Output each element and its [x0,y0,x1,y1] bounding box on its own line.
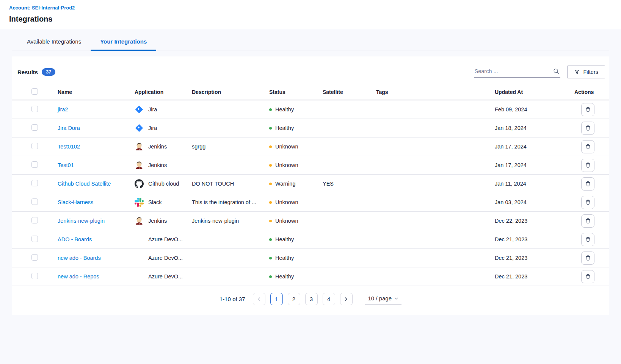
azuredevops-icon [135,253,144,262]
page-button-4[interactable]: 4 [323,293,335,305]
previous-page-button[interactable] [253,293,265,305]
application-label: Azure DevO... [148,255,183,261]
description-text: This is the integration of ... [192,199,269,205]
application-label: Azure DevO... [148,236,183,242]
status-label: Unknown [275,162,298,168]
jira-icon [135,123,144,133]
status-label: Healthy [275,236,294,242]
row-checkbox[interactable] [31,106,38,112]
search-icon [553,68,560,75]
description-text: sgrgg [192,144,269,150]
table-row: Github Cloud Satellite Github cloud DO N… [12,175,609,193]
tab-available-integrations[interactable]: Available Integrations [17,34,91,50]
column-header-satellite: Satellite [323,89,376,95]
integration-name-link[interactable]: Jira Dora [58,125,80,131]
page-button-3[interactable]: 3 [305,293,318,305]
account-breadcrumb-link[interactable]: Account: SEI-Internal-Prod2 [9,5,75,11]
filters-button[interactable]: Filters [567,66,605,78]
search-input[interactable] [475,68,550,74]
status-label: Healthy [275,255,294,261]
row-checkbox[interactable] [31,254,38,261]
row-checkbox[interactable] [31,161,38,168]
status-label: Unknown [275,144,298,150]
delete-button[interactable] [581,233,594,246]
row-checkbox[interactable] [31,217,38,223]
status-dot [269,108,272,111]
jenkins-icon [135,161,144,170]
delete-button[interactable] [581,214,594,228]
updated-at-value: Jan 17, 2024 [495,144,574,150]
page-title: Integrations [9,14,612,24]
delete-button[interactable] [581,159,594,172]
integration-name-link[interactable]: jira2 [58,106,68,112]
application-label: Jira [148,106,157,112]
column-header-status: Status [269,89,323,95]
updated-at-value: Dec 21, 2023 [495,273,574,280]
integration-name-link[interactable]: ADO - Boards [58,236,92,242]
delete-button[interactable] [581,140,594,153]
integration-name-link[interactable]: new ado - Repos [58,273,99,280]
status-dot [269,127,272,130]
page-button-2[interactable]: 2 [288,293,300,305]
delete-button[interactable] [581,270,594,283]
application-label: Jenkins [148,162,167,168]
application-label: Jenkins [148,218,167,224]
github-icon [135,179,144,188]
integration-name-link[interactable]: Jenkins-new-plugin [58,218,105,224]
updated-at-value: Jan 03, 2024 [495,199,574,205]
status-dot [269,257,272,259]
delete-button[interactable] [581,122,594,135]
row-checkbox[interactable] [31,236,38,242]
application-label: Slack [148,199,162,205]
updated-at-value: Dec 21, 2023 [495,255,574,261]
jenkins-icon [135,142,144,151]
search-box [474,67,560,78]
application-label: Github cloud [148,181,179,187]
status-label: Unknown [275,218,298,224]
tab-your-integrations[interactable]: Your Integrations [91,34,156,50]
pagination-range-label: 1-10 of 37 [220,296,245,302]
integration-name-link[interactable]: Test0102 [58,144,80,150]
delete-button[interactable] [581,252,594,265]
description-text: DO NOT TOUCH [192,181,269,187]
row-checkbox[interactable] [31,143,38,149]
top-header: Account: SEI-Internal-Prod2 Integrations [0,0,621,29]
integration-name-link[interactable]: Slack-Harness [58,199,93,205]
page-size-select[interactable]: 10 / page [365,293,402,305]
table-body: jira2 Jira Healthy Feb 09, 2024 Jira Dor… [12,100,609,286]
status-dot [269,164,272,167]
application-label: Jenkins [148,144,167,150]
select-all-checkbox[interactable] [31,88,38,95]
status-label: Healthy [275,273,294,280]
row-checkbox[interactable] [31,273,38,279]
row-checkbox[interactable] [31,198,38,205]
row-checkbox[interactable] [31,124,38,131]
filters-button-label: Filters [583,69,598,75]
jenkins-icon [135,216,144,225]
updated-at-value: Jan 18, 2024 [495,125,574,131]
tab-strip: Available Integrations Your Integrations [12,34,609,50]
page-button-1[interactable]: 1 [270,293,283,305]
delete-button[interactable] [581,103,594,116]
table-row: Jira Dora Jira Healthy Jan 18, 2024 [12,119,609,137]
delete-button[interactable] [581,177,594,191]
row-checkbox[interactable] [31,180,38,186]
azuredevops-icon [135,272,144,281]
updated-at-value: Jan 17, 2024 [495,162,574,168]
table-row: new ado - Repos Azure DevO... Healthy De… [12,267,609,286]
status-dot [269,201,272,204]
column-header-actions: Actions [574,89,609,95]
integration-name-link[interactable]: new ado - Boards [58,255,101,261]
delete-button[interactable] [581,196,594,209]
integration-name-link[interactable]: Github Cloud Satellite [58,181,111,187]
next-page-button[interactable] [340,293,353,305]
status-dot [269,238,272,241]
column-header-tags: Tags [376,89,495,95]
table-row: ADO - Boards Azure DevO... Healthy Dec 2… [12,230,609,249]
table-row: Test01 Jenkins Unknown Jan 17, 2024 [12,156,609,175]
integration-name-link[interactable]: Test01 [58,162,74,168]
column-header-name: Name [58,89,135,95]
table-row: Test0102 Jenkins sgrgg Unknown Jan 17, 2… [12,137,609,156]
chevron-left-icon [257,297,261,302]
table-row: Jenkins-new-plugin Jenkins Jenkins-new-p… [12,212,609,230]
